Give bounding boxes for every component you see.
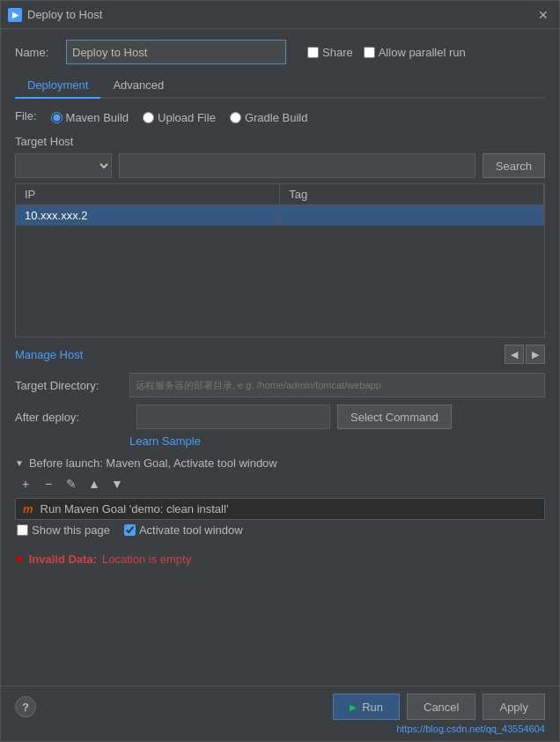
maven-label: Maven Build bbox=[66, 111, 129, 124]
next-arrow[interactable]: ▶ bbox=[526, 345, 545, 364]
gradle-radio-item[interactable]: Gradle Build bbox=[230, 111, 308, 124]
file-row: File: Maven Build Upload File Gradle Bui… bbox=[15, 109, 545, 126]
run-label: Run bbox=[362, 701, 383, 714]
select-command-button[interactable]: Select Command bbox=[337, 404, 452, 429]
close-button[interactable]: ✕ bbox=[534, 6, 552, 24]
gradle-label: Gradle Build bbox=[245, 111, 308, 124]
target-directory-row: Target Directory: bbox=[15, 373, 545, 397]
after-deploy-input[interactable] bbox=[136, 404, 330, 429]
edit-task-button[interactable]: ✎ bbox=[63, 475, 80, 493]
error-icon: ● bbox=[15, 551, 24, 567]
table-row[interactable]: 10.xxx.xxx.2 bbox=[16, 205, 544, 226]
ip-column-header: IP bbox=[16, 184, 280, 205]
maven-radio-item[interactable]: Maven Build bbox=[51, 111, 129, 124]
upload-radio-item[interactable]: Upload File bbox=[143, 111, 216, 124]
host-input[interactable] bbox=[119, 153, 475, 178]
launch-checkboxes: Show this page Activate tool window bbox=[17, 523, 545, 537]
error-bold-label: Invalid Data: bbox=[29, 553, 97, 566]
share-checkbox[interactable] bbox=[307, 47, 319, 58]
name-input[interactable] bbox=[66, 40, 286, 64]
show-page-checkbox-item[interactable]: Show this page bbox=[17, 523, 110, 537]
main-content: Name: Share Allow parallel run Deploymen… bbox=[1, 29, 559, 686]
bottom-bar: ? ▶ Run Cancel Apply https://blog.csdn.n… bbox=[1, 686, 559, 741]
nav-arrows: ◀ ▶ bbox=[505, 345, 545, 364]
show-page-label: Show this page bbox=[32, 523, 110, 537]
target-directory-input[interactable] bbox=[129, 373, 545, 397]
name-label: Name: bbox=[15, 46, 59, 59]
apply-button[interactable]: Apply bbox=[483, 694, 545, 720]
host-table-container: IP Tag 10.xxx.xxx.2 bbox=[15, 183, 545, 338]
upload-radio[interactable] bbox=[143, 112, 154, 123]
error-row: ● Invalid Data: Location is empty bbox=[15, 551, 545, 567]
name-checkboxes: Share Allow parallel run bbox=[307, 46, 466, 59]
titlebar: ▶ Deploy to Host ✕ bbox=[1, 1, 559, 29]
parallel-label: Allow parallel run bbox=[379, 46, 466, 59]
share-checkbox-item[interactable]: Share bbox=[307, 46, 353, 59]
maven-icon: m bbox=[23, 502, 33, 516]
tag-cell bbox=[280, 205, 544, 226]
target-host-label: Target Host bbox=[15, 135, 545, 148]
dialog: ▶ Deploy to Host ✕ Name: Share Allow par… bbox=[0, 0, 560, 742]
after-deploy-row: After deploy: Select Command bbox=[15, 404, 545, 429]
collapse-icon[interactable]: ▼ bbox=[15, 458, 24, 468]
remove-task-button[interactable]: − bbox=[40, 475, 57, 493]
dialog-title: Deploy to Host bbox=[27, 8, 534, 21]
target-host-row: Search bbox=[15, 153, 545, 178]
show-page-checkbox[interactable] bbox=[17, 524, 28, 536]
activate-checkbox[interactable] bbox=[124, 524, 136, 536]
target-directory-label: Target Directory: bbox=[15, 379, 129, 392]
move-up-button[interactable]: ▲ bbox=[85, 475, 103, 493]
run-button[interactable]: ▶ Run bbox=[333, 694, 400, 720]
task-item[interactable]: m Run Maven Goal 'demo: clean install' bbox=[15, 498, 545, 520]
share-label: Share bbox=[322, 46, 353, 59]
error-message: Location is empty bbox=[102, 553, 191, 566]
gradle-radio[interactable] bbox=[230, 112, 241, 123]
activate-checkbox-item[interactable]: Activate tool window bbox=[124, 523, 243, 537]
after-deploy-label: After deploy: bbox=[15, 411, 129, 424]
help-button[interactable]: ? bbox=[15, 696, 36, 717]
search-button[interactable]: Search bbox=[483, 153, 545, 178]
upload-label: Upload File bbox=[158, 111, 216, 124]
launch-toolbar: + − ✎ ▲ ▼ bbox=[17, 475, 545, 493]
add-task-button[interactable]: + bbox=[17, 475, 34, 493]
name-row: Name: Share Allow parallel run bbox=[15, 40, 545, 64]
activate-label: Activate tool window bbox=[139, 523, 243, 537]
file-label: File: bbox=[15, 109, 37, 122]
tab-deployment[interactable]: Deployment bbox=[15, 73, 100, 99]
parallel-checkbox-item[interactable]: Allow parallel run bbox=[364, 46, 466, 59]
bottom-buttons: ? ▶ Run Cancel Apply bbox=[15, 694, 545, 720]
manage-host-row: Manage Host ◀ ▶ bbox=[15, 345, 545, 364]
prev-arrow[interactable]: ◀ bbox=[505, 345, 524, 364]
move-down-button[interactable]: ▼ bbox=[108, 475, 126, 493]
before-launch-section: ▼ Before launch: Maven Goal, Activate to… bbox=[15, 456, 545, 544]
run-icon: ▶ bbox=[350, 702, 357, 712]
tabs: Deployment Advanced bbox=[15, 73, 545, 99]
tag-column-header: Tag bbox=[280, 184, 544, 205]
tab-advanced[interactable]: Advanced bbox=[100, 73, 176, 99]
manage-host-link[interactable]: Manage Host bbox=[15, 348, 83, 361]
url-bar: https://blog.csdn.net/qq_43554604 bbox=[15, 723, 545, 734]
learn-sample-link[interactable]: Learn Sample bbox=[129, 434, 545, 448]
task-label: Run Maven Goal 'demo: clean install' bbox=[41, 502, 229, 516]
app-icon: ▶ bbox=[8, 8, 22, 22]
before-launch-label: Before launch: Maven Goal, Activate tool… bbox=[29, 456, 277, 470]
ip-cell: 10.xxx.xxx.2 bbox=[16, 205, 280, 226]
before-launch-header: ▼ Before launch: Maven Goal, Activate to… bbox=[15, 456, 545, 470]
parallel-checkbox[interactable] bbox=[364, 47, 375, 58]
maven-radio[interactable] bbox=[51, 112, 63, 123]
cancel-button[interactable]: Cancel bbox=[407, 694, 475, 720]
host-table: IP Tag 10.xxx.xxx.2 bbox=[16, 184, 544, 226]
host-dropdown[interactable] bbox=[15, 153, 112, 178]
